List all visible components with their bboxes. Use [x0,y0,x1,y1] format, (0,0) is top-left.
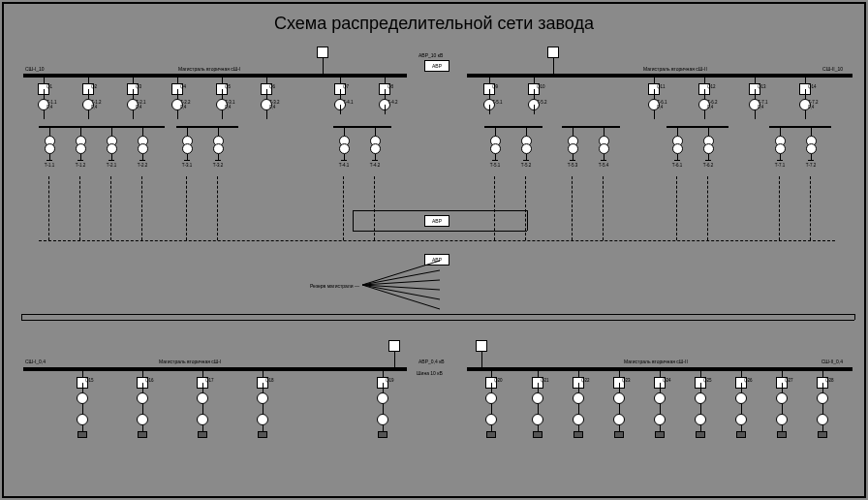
branch-Т-4.2: Т-4.2 [368,128,382,168]
dashed-drop [343,176,344,240]
coupler-box-left [312,47,333,76]
dashed-drop [217,176,218,240]
dashed-drop [79,176,80,240]
branch-Т-4.1: Т-4.1 [337,128,351,168]
dashed-drop [572,176,573,240]
label-center-top: АВР_10 кВ [418,52,443,58]
avr-block-top: АВР [424,60,450,72]
label-center-bot1: АВР_0,4 кВ [418,359,445,364]
label-ssh1-bot: СШ-I_0,4 [25,359,46,364]
dashed-drop [779,176,780,240]
dashed-drop [676,176,677,240]
feeder-Q27: Q27 [771,371,792,438]
feeder-Q17: Q17 [192,371,213,438]
label-shina: Шина 10 кВ [417,370,443,376]
branch-Т-5.3: Т-5.3 [566,128,579,168]
coupler-bot-right [471,340,492,369]
feeder-Q10: Q10Т-5.2 [523,78,544,114]
branch-Т-5.4: Т-5.4 [597,128,610,168]
feeder-Q25: Q25 [690,371,711,438]
feeder-Q5: Q5Т-3.10,4 [211,78,232,119]
branch-Т-6.1: Т-6.1 [670,128,684,168]
coupler-box-right [542,47,564,76]
reserve-label: Резерв магистрали — [310,283,359,289]
dashed-drop [110,176,111,240]
long-bus-end-r [854,314,855,320]
feeder-Q26: Q26 [730,371,752,438]
branch-Т-7.1: Т-7.1 [773,128,787,168]
label-bussect-b-top: Магистраль вторичная сШ-II [643,66,707,72]
feeder-Q15: Q15 [72,371,93,438]
feeder-Q18: Q18 [252,371,273,438]
label-bussect-a-top: Магистраль вторичная сШ-I [178,66,240,72]
branch-Т-7.2: Т-7.2 [804,128,818,168]
feeder-Q24: Q24 [649,371,670,438]
branch-Т-3.2: Т-3.2 [211,128,225,168]
dashed-drop [603,176,604,240]
diagram-title: Схема распределительной сети завода [4,14,864,34]
branch-Т-1.1: Т-1.1 [43,128,56,168]
branch-Т-2.1: Т-2.1 [105,128,118,168]
branch-Т-3.1: Т-3.1 [180,128,194,168]
feeder-Q23: Q23 [608,371,630,438]
feeder-Q9: Q9Т-5.1 [479,78,500,114]
feeder-Q28: Q28 [812,371,833,438]
feeder-Q16: Q16 [132,371,153,438]
dashed-drop [810,176,811,240]
branch-Т-2.2: Т-2.2 [136,128,149,168]
dashed-drop [48,176,49,240]
long-bus-1 [21,314,854,315]
label-bussect-b-bot: Магистраль вторичная сШ-II [624,359,688,364]
interconnect-lower [353,231,527,232]
branch-Т-5.2: Т-5.2 [519,128,533,168]
feeder-Q13: Q13Т-7.10,4 [744,78,765,119]
interconnect-vr [527,210,528,231]
reserve-bus-dashed [39,240,835,241]
diagram-frame: Схема распределительной сети завода СШ-I… [2,2,866,498]
feeder-Q19: Q19 [372,371,393,438]
label-ssh2-bot: СШ-II_0,4 [822,359,843,364]
branch-Т-6.2: Т-6.2 [701,128,715,168]
feeder-Q3: Q3Т-2.10,4 [122,78,143,119]
feeder-Q4: Q4Т-2.20,4 [167,78,188,119]
dashed-drop [707,176,708,240]
feeder-Q7: Q7Т-4.1 [329,78,351,114]
branch-Т-1.2: Т-1.2 [74,128,87,168]
feeder-Q20: Q20 [480,371,502,438]
reserve-fan [362,256,459,314]
label-bussect-a-bot: Магистраль вторичная сШ-I [159,359,221,364]
feeder-Q14: Q14Т-7.20,4 [794,78,816,119]
interconnect-upper [353,210,527,211]
interconnect-vl [353,210,354,231]
label-ssh1-top: СШ-I_10 [25,66,45,72]
branch-Т-5.1: Т-5.1 [488,128,502,168]
dashed-drop [186,176,187,240]
feeder-Q12: Q12Т-6.20,4 [694,78,715,119]
feeder-Q22: Q22 [568,371,589,438]
feeder-Q8: Q8Т-4.2 [374,78,395,114]
label-ssh2-top: СШ-II_10 [822,66,843,72]
coupler-bot-left [384,340,405,369]
feeder-Q6: Q6Т-3.20,4 [256,78,277,119]
long-bus-end-l [21,314,22,320]
long-bus-2 [21,320,854,321]
avr-block-mid1: АВР [424,215,450,227]
feeder-Q2: Q2Т-1.20,4 [78,78,99,119]
feeder-Q1: Q1Т-1.10,4 [33,78,54,119]
feeder-Q11: Q11Т-6.10,4 [643,78,665,119]
feeder-Q21: Q21 [527,371,548,438]
dashed-drop [141,176,142,240]
